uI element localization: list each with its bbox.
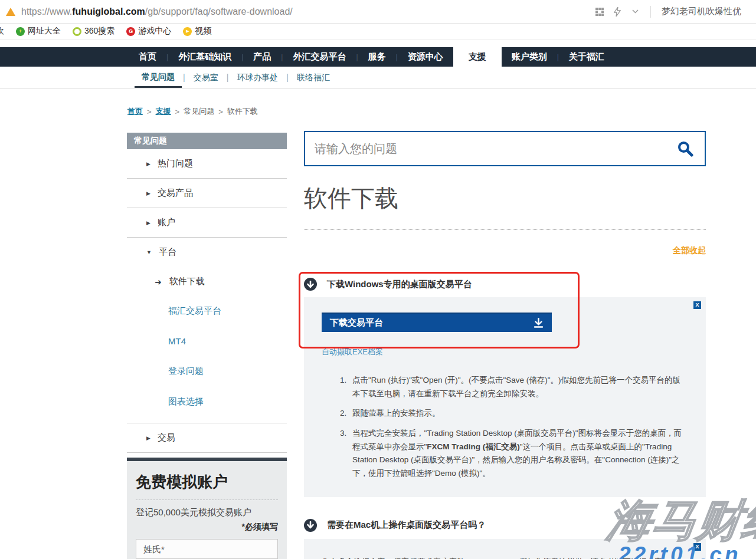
accordion-mac: 需要在Mac机上操作桌面版交易平台吗？ X 您有多个选择方案，但它们要求客户安装…	[304, 519, 706, 559]
plus-circle-icon: +	[16, 27, 25, 36]
sidebar-item-trading-products[interactable]: ▶ 交易产品	[127, 179, 287, 208]
breadcrumb-faq: 常见问题	[184, 106, 214, 117]
sidebar-header: 常见问题	[127, 133, 287, 149]
breadcrumb-home[interactable]: 首页	[127, 106, 143, 117]
qr-grid-icon[interactable]	[595, 7, 604, 17]
collapse-all-link[interactable]: 全部收起	[673, 245, 706, 255]
ring-icon	[73, 27, 81, 36]
step-text: 点击"Run (执行)"或"Open (开)"。(不要点击"Save (储存)"…	[352, 376, 680, 398]
install-steps-list: 点击"Run (执行)"或"Open (开)"。(不要点击"Save (储存)"…	[332, 374, 688, 481]
lightning-icon[interactable]	[613, 7, 622, 17]
toolbar-divider	[650, 6, 651, 18]
breadcrumb-separator: >	[218, 107, 223, 116]
question-search-box	[304, 131, 706, 166]
nav-item-support[interactable]: 支援	[453, 47, 502, 67]
accordion-title: 需要在Mac机上操作桌面版交易平台吗？	[327, 519, 486, 531]
sidebar-item-account[interactable]: ▶ 账户	[127, 208, 287, 238]
sidebar-item-platform[interactable]: ▼ 平台	[127, 238, 287, 267]
sidebar-item-mt4[interactable]: MT4	[127, 329, 287, 353]
collapse-arrow-icon	[304, 519, 317, 532]
windows-download-panel: X 下载交易平台 自动撷取EXE档案 点击"Run (执行)"或"Open (开…	[304, 297, 706, 497]
breadcrumb: 首页 > 支援 > 常见问题 > 软件下载	[127, 106, 258, 117]
collapse-arrow-icon	[304, 278, 317, 291]
nav-item-services[interactable]: 服务	[358, 47, 396, 67]
sidebar-item-label: 平台	[159, 246, 176, 258]
sidebar-item-fxcm-platform[interactable]: 福汇交易平台	[127, 298, 287, 324]
url-domain: fuhuiglobal.com	[72, 6, 145, 17]
install-step: 点击"Run (执行)"或"Open (开)"。(不要点击"Save (储存)"…	[349, 374, 688, 400]
nav-item-forex-basics[interactable]: 外汇基础知识	[168, 47, 241, 67]
exe-download-link[interactable]: 自动撷取EXE档案	[322, 347, 383, 357]
download-icon	[534, 318, 544, 328]
sidebar-item-chart-selection[interactable]: 图表选择	[127, 389, 287, 415]
bookmark-label: 视频	[195, 26, 211, 37]
page-title: 软件下载	[304, 182, 706, 215]
page-content: 首页 > 支援 > 常见问题 > 软件下载 常见问题 ▶ 热门问题 ▶ 交易产品…	[0, 89, 756, 559]
url-field[interactable]: https://www.fuhuiglobal.com/gb/support/f…	[21, 6, 595, 17]
sidebar-item-login-issues[interactable]: 登录问题	[127, 359, 287, 384]
accordion-windows-header[interactable]: 下载Windows专用的桌面版交易平台	[304, 278, 706, 291]
close-icon[interactable]: X	[693, 543, 701, 551]
bookmark-label: 网址大全	[28, 26, 61, 37]
news-ticker[interactable]: 梦幻老司机吹爆性优	[662, 6, 750, 17]
bookmark-wangzhi-daquan[interactable]: + 网址大全	[16, 26, 61, 37]
sidebar-group-platform: ▼ 平台 ➜ 软件下载 福汇交易平台 MT4 登录问题 图表选择	[127, 238, 287, 423]
subnav-item-faq[interactable]: 常见问题	[135, 67, 182, 88]
bookmark-video[interactable]: ▶ 视频	[183, 26, 211, 37]
bookmark-game-center[interactable]: G 游戏中心	[126, 26, 171, 37]
triangle-right-icon: ▶	[146, 435, 150, 441]
subnav-item-trading-room[interactable]: 交易室	[186, 67, 225, 88]
bookmark-label: 游戏中心	[138, 26, 171, 37]
faq-main-column: 软件下载 全部收起 下载Windows专用的桌面版交易平台 X 下载交易平台	[304, 131, 706, 559]
step-text: 跟随萤幕上的安装指示。	[352, 409, 440, 417]
triangle-down-icon: ▼	[146, 249, 152, 255]
demo-form-subtitle: 登记50,000美元模拟交易账户	[136, 507, 278, 518]
sidebar-item-label: 交易	[158, 432, 175, 443]
search-icon	[677, 140, 693, 157]
url-path: /gb/support/faq/software-download/	[145, 6, 293, 17]
step-text-bold: FXCM Trading (福汇交易)	[427, 442, 520, 451]
sidebar-item-hot-questions[interactable]: ▶ 热门问题	[127, 149, 287, 179]
subnav-divider: |	[182, 73, 186, 82]
close-icon[interactable]: X	[693, 301, 701, 309]
subnav-divider: |	[285, 73, 290, 82]
g-circle-icon: G	[126, 27, 135, 36]
bookmark-360-search[interactable]: 360搜索	[73, 26, 114, 37]
install-step: 当程式完全安装后，"Trading Station Desktop (桌面版交易…	[349, 427, 688, 481]
breadcrumb-separator: >	[147, 107, 152, 116]
subnav-divider: |	[225, 73, 230, 82]
browser-address-bar: https://www.fuhuiglobal.com/gb/support/f…	[0, 0, 756, 24]
dotted-divider	[304, 229, 706, 230]
mac-intro-text: 您有多个选择方案，但它们要求客户安装Windows OS。假如您愿意这样做，请参…	[322, 557, 688, 559]
subnav-item-contact[interactable]: 联络福汇	[290, 67, 337, 88]
site-security-icon[interactable]	[6, 8, 15, 16]
download-button-label: 下载交易平台	[330, 317, 383, 328]
accordion-title: 下载Windows专用的桌面版交易平台	[327, 279, 472, 290]
nav-item-trading-platforms[interactable]: 外汇交易平台	[283, 47, 356, 67]
install-step: 跟随萤幕上的安装指示。	[349, 407, 688, 420]
download-platform-button[interactable]: 下载交易平台	[322, 313, 552, 332]
nav-item-home[interactable]: 首页	[129, 47, 166, 67]
breadcrumb-separator: >	[175, 107, 180, 116]
last-name-field[interactable]	[136, 539, 278, 559]
arrow-right-icon: ➜	[155, 277, 162, 287]
sidebar-item-trading[interactable]: ▶ 交易	[127, 423, 287, 453]
main-navigation: 首页 | 外汇基础知识 | 产品 | 外汇交易平台 | 服务 | 资源中心 支援…	[0, 47, 756, 67]
nav-item-products[interactable]: 产品	[243, 47, 281, 67]
search-button[interactable]	[675, 139, 695, 159]
nav-item-about-fxcm[interactable]: 关于福汇	[559, 47, 614, 67]
breadcrumb-support[interactable]: 支援	[156, 106, 171, 117]
accordion-mac-header[interactable]: 需要在Mac机上操作桌面版交易平台吗？	[304, 519, 706, 532]
search-input[interactable]	[315, 142, 675, 156]
accordion-windows-download: 下载Windows专用的桌面版交易平台 X 下载交易平台 自动撷取EXE档案 点…	[304, 278, 706, 497]
bookmark-partial-text[interactable]: 欢	[0, 26, 4, 37]
nav-item-resources[interactable]: 资源中心	[398, 47, 453, 67]
nav-item-account-types[interactable]: 账户类别	[502, 47, 557, 67]
triangle-right-icon: ▶	[146, 190, 150, 196]
subnav-item-global-offices[interactable]: 环球办事处	[230, 67, 285, 88]
sidebar-item-label: 账户	[158, 217, 175, 228]
triangle-right-icon: ▶	[146, 220, 150, 226]
sidebar-item-software-download-active[interactable]: ➜ 软件下载	[127, 269, 287, 294]
breadcrumb-current: 软件下载	[227, 106, 258, 117]
chevron-down-icon[interactable]	[630, 7, 640, 17]
